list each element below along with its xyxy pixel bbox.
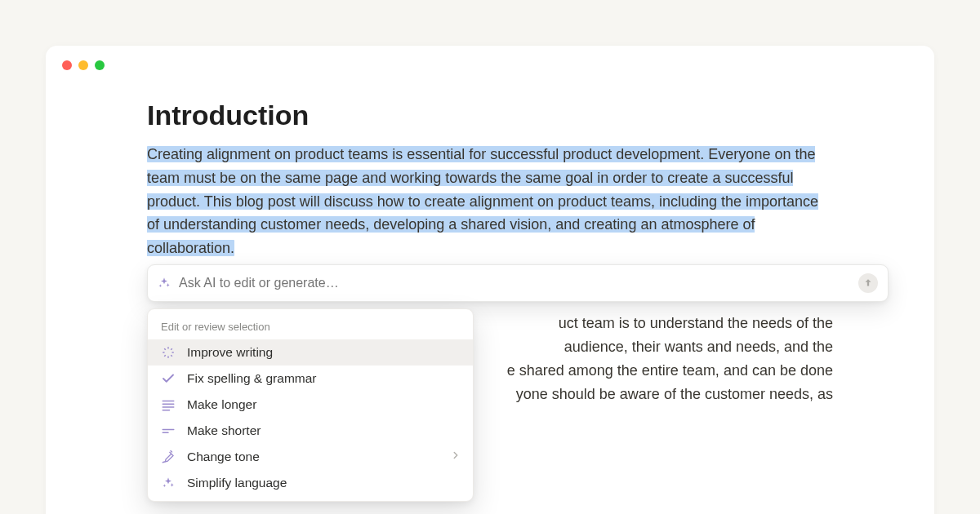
sparkle-icon (161, 476, 176, 490)
close-window-button[interactable] (62, 60, 72, 70)
submit-button[interactable] (858, 273, 878, 293)
selected-text[interactable]: Creating alignment on product teams is e… (147, 146, 818, 256)
ai-prompt-input[interactable] (179, 276, 850, 290)
dropdown-item-label: Make shorter (187, 423, 261, 438)
window-controls (46, 46, 934, 70)
shorter-icon (161, 423, 176, 438)
dropdown-item-fix-spelling-grammar[interactable]: Fix spelling & grammar (148, 366, 473, 392)
chevron-right-icon (450, 450, 461, 464)
dropdown-item-simplify-language[interactable]: Simplify language (148, 470, 473, 496)
dropdown-item-label: Simplify language (187, 476, 287, 490)
minimize-window-button[interactable] (78, 60, 88, 70)
improve-icon (161, 345, 176, 360)
dropdown-item-label: Make longer (187, 397, 256, 412)
dropdown-item-change-tone[interactable]: Change tone (148, 444, 473, 470)
sparkle-icon (158, 277, 171, 290)
longer-icon (161, 397, 176, 412)
dropdown-item-make-shorter[interactable]: Make shorter (148, 418, 473, 444)
dropdown-item-improve-writing[interactable]: Improve writing (148, 339, 473, 366)
ai-overlay: Edit or review selection Improve writing… (147, 264, 889, 502)
mic-icon (161, 450, 176, 464)
dropdown-item-label: Improve writing (187, 345, 273, 360)
app-window: Introduction Creating alignment on produ… (46, 46, 934, 514)
dropdown-section-header: Edit or review selection (148, 316, 473, 339)
page-title: Introduction (147, 100, 833, 131)
dropdown-item-label: Fix spelling & grammar (187, 371, 317, 386)
ai-actions-dropdown: Edit or review selection Improve writing… (147, 308, 474, 502)
maximize-window-button[interactable] (95, 60, 105, 70)
intro-paragraph[interactable]: Creating alignment on product teams is e… (147, 143, 833, 260)
dropdown-item-label: Change tone (187, 450, 260, 464)
check-icon (161, 371, 176, 386)
dropdown-item-make-longer[interactable]: Make longer (148, 392, 473, 418)
ai-prompt-bar[interactable] (147, 264, 889, 302)
